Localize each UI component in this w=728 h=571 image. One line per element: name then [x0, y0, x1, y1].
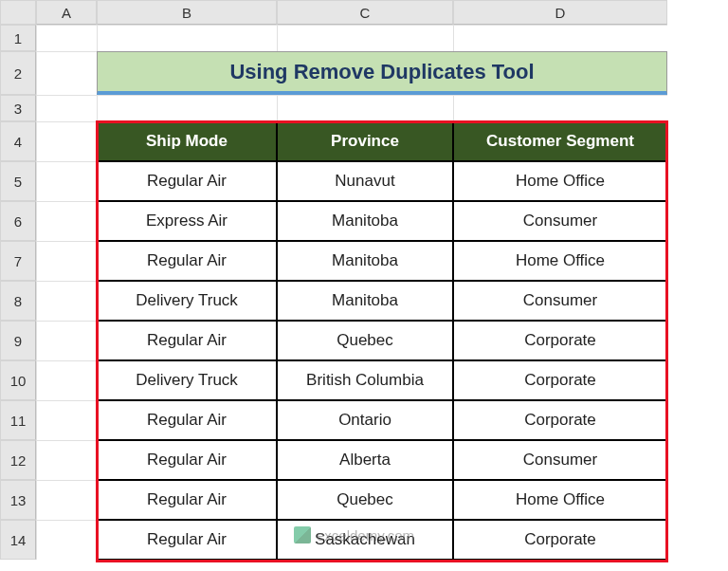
cell-B5[interactable]: Regular Air: [97, 161, 277, 201]
row-header-5[interactable]: 5: [0, 161, 36, 201]
header-province[interactable]: Province: [277, 121, 453, 161]
excel-icon: [294, 526, 311, 543]
cell-A14[interactable]: [36, 520, 97, 560]
cell-D7[interactable]: Home Office: [453, 241, 667, 281]
cell-B1[interactable]: [97, 25, 277, 51]
col-header-B[interactable]: B: [97, 0, 277, 25]
cell-D3[interactable]: [453, 95, 667, 121]
cell-A10[interactable]: [36, 360, 97, 400]
cell-B6[interactable]: Express Air: [97, 201, 277, 241]
cell-D11[interactable]: Corporate: [453, 400, 667, 440]
cell-D5[interactable]: Home Office: [453, 161, 667, 201]
cell-D1[interactable]: [453, 25, 667, 51]
row-header-8[interactable]: 8: [0, 281, 36, 321]
watermark-text: exceldemy.com: [317, 527, 414, 543]
cell-B13[interactable]: Regular Air: [97, 480, 277, 520]
header-ship-mode[interactable]: Ship Mode: [97, 121, 277, 161]
cell-C6[interactable]: Manitoba: [277, 201, 453, 241]
cell-C7[interactable]: Manitoba: [277, 241, 453, 281]
row-header-7[interactable]: 7: [0, 241, 36, 281]
watermark: exceldemy.com: [294, 526, 414, 543]
cell-D6[interactable]: Consumer: [453, 201, 667, 241]
row-header-3[interactable]: 3: [0, 95, 36, 121]
cell-C10[interactable]: British Columbia: [277, 360, 453, 400]
cell-A1[interactable]: [36, 25, 97, 51]
cell-A6[interactable]: [36, 201, 97, 241]
cell-D8[interactable]: Consumer: [453, 281, 667, 321]
select-all-corner[interactable]: [0, 0, 36, 25]
cell-C12[interactable]: Alberta: [277, 440, 453, 480]
row-header-12[interactable]: 12: [0, 440, 36, 480]
cell-B14[interactable]: Regular Air: [97, 520, 277, 560]
row-header-9[interactable]: 9: [0, 321, 36, 360]
cell-C9[interactable]: Quebec: [277, 321, 453, 360]
cell-D9[interactable]: Corporate: [453, 321, 667, 360]
cell-A7[interactable]: [36, 241, 97, 281]
cell-C13[interactable]: Quebec: [277, 480, 453, 520]
cell-B12[interactable]: Regular Air: [97, 440, 277, 480]
cell-A2[interactable]: [36, 51, 97, 95]
cell-A8[interactable]: [36, 281, 97, 321]
cell-C3[interactable]: [277, 95, 453, 121]
cell-C5[interactable]: Nunavut: [277, 161, 453, 201]
cell-A3[interactable]: [36, 95, 97, 121]
row-header-14[interactable]: 14: [0, 520, 36, 560]
cell-A12[interactable]: [36, 440, 97, 480]
cell-A9[interactable]: [36, 321, 97, 360]
cell-B11[interactable]: Regular Air: [97, 400, 277, 440]
title-cell[interactable]: Using Remove Duplicates Tool: [97, 51, 667, 95]
cell-B7[interactable]: Regular Air: [97, 241, 277, 281]
cell-D12[interactable]: Consumer: [453, 440, 667, 480]
cell-C11[interactable]: Ontario: [277, 400, 453, 440]
spreadsheet-grid: A B C D 1 2 Using Remove Duplicates Tool…: [0, 0, 728, 560]
col-header-A[interactable]: A: [36, 0, 97, 25]
cell-A4[interactable]: [36, 121, 97, 161]
row-header-11[interactable]: 11: [0, 400, 36, 440]
row-header-1[interactable]: 1: [0, 25, 36, 51]
cell-A13[interactable]: [36, 480, 97, 520]
cell-B9[interactable]: Regular Air: [97, 321, 277, 360]
cell-C1[interactable]: [277, 25, 453, 51]
cell-D13[interactable]: Home Office: [453, 480, 667, 520]
row-header-13[interactable]: 13: [0, 480, 36, 520]
cell-B3[interactable]: [97, 95, 277, 121]
cell-D10[interactable]: Corporate: [453, 360, 667, 400]
col-header-D[interactable]: D: [453, 0, 667, 25]
col-header-C[interactable]: C: [277, 0, 453, 25]
row-header-4[interactable]: 4: [0, 121, 36, 161]
cell-A5[interactable]: [36, 161, 97, 201]
cell-C8[interactable]: Manitoba: [277, 281, 453, 321]
row-header-6[interactable]: 6: [0, 201, 36, 241]
row-header-2[interactable]: 2: [0, 51, 36, 95]
header-customer-segment[interactable]: Customer Segment: [453, 121, 667, 161]
cell-B8[interactable]: Delivery Truck: [97, 281, 277, 321]
cell-B10[interactable]: Delivery Truck: [97, 360, 277, 400]
cell-D14[interactable]: Corporate: [453, 520, 667, 560]
cell-A11[interactable]: [36, 400, 97, 440]
row-header-10[interactable]: 10: [0, 360, 36, 400]
